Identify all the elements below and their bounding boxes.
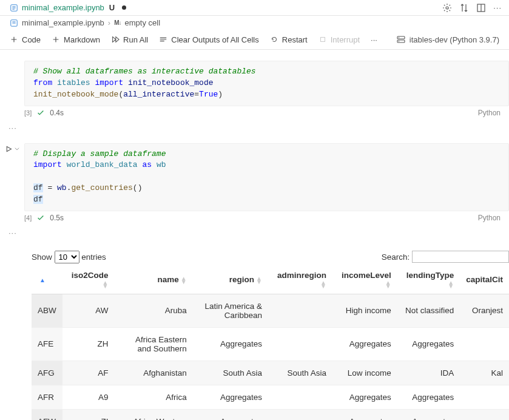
- cell-gutter: [0, 248, 24, 420]
- add-code-label: Code: [22, 35, 41, 44]
- table-cell: Afghanistan: [115, 361, 193, 385]
- column-header-iso2code[interactable]: iso2Code▲▼: [62, 266, 115, 294]
- svg-rect-12: [397, 40, 405, 42]
- run-all-button[interactable]: Run All: [106, 33, 153, 47]
- exec-count: [3]: [24, 109, 32, 117]
- chevron-down-icon[interactable]: [14, 146, 20, 152]
- notebook-file-icon: [10, 4, 18, 12]
- notebook-file-icon: [10, 19, 18, 27]
- code-cell[interactable]: # Show all dataframes as interactive dat…: [0, 61, 509, 120]
- table-cell: IDA: [397, 361, 460, 385]
- markdown-cell-icon: M↓: [114, 19, 121, 26]
- plus-icon: [10, 35, 18, 44]
- cell-status-row: [3] 0.4s Python: [24, 106, 509, 120]
- table-cell: Aggregates: [397, 385, 460, 409]
- table-cell: Aggregates: [332, 409, 397, 420]
- kernel-label: itables-dev (Python 3.9.7): [410, 35, 499, 44]
- column-header-region[interactable]: region▲▼: [193, 266, 268, 294]
- table-row[interactable]: AFEZHAfrica Eastern and SouthernAggregat…: [32, 327, 509, 361]
- breadcrumb-cell[interactable]: empty cell: [125, 18, 161, 27]
- collapsed-cells-indicator[interactable]: ···: [0, 228, 509, 237]
- kernel-picker[interactable]: itables-dev (Python 3.9.7): [391, 32, 504, 47]
- output-cell: Show 10 entries Search: ▲ iso2Code▲▼: [0, 248, 509, 420]
- table-row[interactable]: AFGAFAfghanistanSouth AsiaSouth AsiaLow …: [32, 361, 509, 385]
- svg-point-13: [399, 37, 399, 38]
- column-header-incomelevel[interactable]: incomeLevel▲▼: [332, 266, 397, 294]
- sort-asc-icon: ▲: [39, 279, 46, 282]
- table-cell: Africa Western: [115, 409, 193, 420]
- cell-duration: 0.4s: [50, 109, 64, 117]
- compare-icon[interactable]: [459, 3, 469, 13]
- server-icon: [396, 35, 406, 44]
- table-cell: Aggregates: [193, 409, 268, 420]
- table-cell: AFW: [32, 409, 62, 420]
- column-header-lendingtype[interactable]: lendingType▲▼: [397, 266, 460, 294]
- table-cell: [268, 385, 332, 409]
- editor-tab[interactable]: minimal_example.ipynb U: [2, 1, 133, 15]
- column-header-capital[interactable]: capitalCit: [460, 266, 509, 294]
- table-row[interactable]: AFWZIAfrica WesternAggregatesAggregatesA…: [32, 409, 509, 420]
- table-cell: South Asia: [193, 361, 268, 385]
- svg-rect-11: [397, 36, 405, 39]
- exec-count: [4]: [24, 214, 32, 222]
- dt-show-label: Show: [32, 252, 52, 262]
- toolbar-more[interactable]: ···: [366, 33, 382, 47]
- more-icon[interactable]: ···: [493, 3, 502, 12]
- table-cell: Aggregates: [397, 409, 460, 420]
- clear-outputs-button[interactable]: Clear Outputs of All Cells: [154, 33, 264, 47]
- notebook-body: # Show all dataframes as interactive dat…: [0, 50, 509, 420]
- sort-icon: ▲▼: [385, 281, 391, 288]
- run-cell-icon[interactable]: [5, 145, 13, 153]
- code-comment: # Show all dataframes as interactive dat…: [33, 67, 256, 76]
- table-cell: [268, 409, 332, 420]
- code-editor[interactable]: # Display a sample dataframe import worl…: [24, 143, 509, 211]
- code-editor[interactable]: # Show all dataframes as interactive dat…: [24, 61, 509, 106]
- dt-search-label: Search:: [382, 252, 410, 262]
- gear-icon[interactable]: [442, 3, 452, 13]
- restart-button[interactable]: Restart: [265, 33, 312, 47]
- interrupt-button[interactable]: Interrupt: [314, 33, 365, 47]
- table-cell: Aruba: [115, 294, 193, 327]
- search-input[interactable]: [412, 251, 509, 263]
- table-cell: Kal: [460, 361, 509, 385]
- page-length-select[interactable]: 10: [55, 251, 79, 263]
- table-cell: AFG: [32, 361, 62, 385]
- check-icon: [36, 214, 45, 222]
- cell-gutter: [0, 143, 24, 225]
- datatable: ▲ iso2Code▲▼ name▲▼ region▲▼ adminregion…: [32, 266, 509, 420]
- clear-outputs-label: Clear Outputs of All Cells: [171, 35, 259, 44]
- cell-language[interactable]: Python: [478, 214, 504, 222]
- code-comment: # Display a sample dataframe: [33, 149, 166, 158]
- tab-dirty-indicator: [122, 5, 126, 10]
- cell-language[interactable]: Python: [478, 109, 504, 117]
- column-header-name[interactable]: name▲▼: [115, 266, 193, 294]
- add-code-button[interactable]: Code: [5, 33, 46, 47]
- layout-icon[interactable]: [476, 3, 486, 13]
- table-cell: Low income: [332, 361, 397, 385]
- add-markdown-label: Markdown: [64, 35, 100, 44]
- add-markdown-button[interactable]: Markdown: [47, 33, 105, 47]
- table-cell: Latin America & Caribbean: [193, 294, 268, 327]
- table-cell: [460, 327, 509, 361]
- table-row[interactable]: AFRA9AfricaAggregatesAggregatesAggregate…: [32, 385, 509, 409]
- sort-icon: ▲▼: [103, 281, 109, 288]
- table-row[interactable]: ABWAWArubaLatin America & CaribbeanHigh …: [32, 294, 509, 327]
- table-cell: AFR: [32, 385, 62, 409]
- collapsed-cells-indicator[interactable]: ···: [0, 123, 509, 132]
- table-cell: [268, 327, 332, 361]
- table-cell: Aggregates: [332, 385, 397, 409]
- breadcrumb: minimal_example.ipynb › M↓ empty cell: [0, 16, 509, 30]
- svg-point-14: [399, 41, 399, 41]
- table-cell: High income: [332, 294, 397, 327]
- run-all-icon: [111, 35, 120, 44]
- svg-rect-2: [12, 7, 15, 8]
- svg-rect-3: [12, 8, 15, 9]
- column-header-adminregion[interactable]: adminregion▲▼: [268, 266, 332, 294]
- table-cell: AW: [62, 294, 115, 327]
- table-cell: [460, 409, 509, 420]
- column-header-index[interactable]: ▲: [32, 266, 62, 294]
- code-cell[interactable]: # Display a sample dataframe import worl…: [0, 143, 509, 225]
- svg-rect-9: [12, 22, 15, 23]
- breadcrumb-file[interactable]: minimal_example.ipynb: [22, 18, 104, 27]
- table-cell: ZH: [62, 327, 115, 361]
